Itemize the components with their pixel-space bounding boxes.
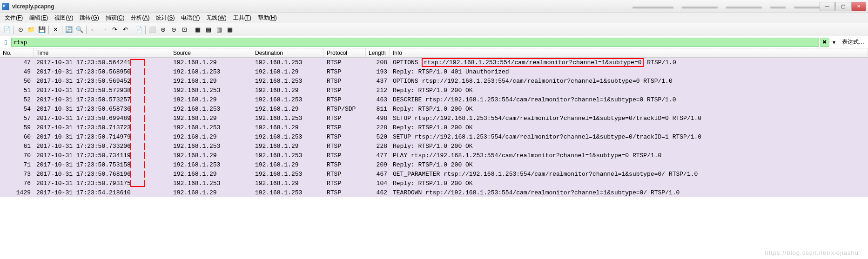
cell-protocol: RTSP <box>324 78 366 85</box>
time-highlight-box <box>130 96 145 103</box>
cell-info: OPTIONS rtsp://192.168.1.253:554/cam/rea… <box>390 78 868 85</box>
toolbar-button-18[interactable]: ▥ <box>214 25 224 35</box>
close-button[interactable]: ✕ <box>851 2 866 11</box>
cell-time: 2017-10-31 17:23:50.714979 <box>34 133 170 140</box>
toolbar-separator <box>48 26 49 34</box>
filter-bookmark-icon[interactable]: ▯ <box>1 38 10 47</box>
cell-length: 104 <box>366 180 390 187</box>
toolbar-separator <box>62 26 62 34</box>
toolbar-button-9[interactable]: ↷ <box>109 25 120 35</box>
column-info[interactable]: Info <box>390 48 868 57</box>
table-row[interactable]: 472017-10-31 17:23:50.564241192.168.1.29… <box>0 58 868 67</box>
toolbar-button-8[interactable]: → <box>99 25 109 35</box>
menu-f[interactable]: 文件(F) <box>2 13 26 23</box>
toolbar-button-14[interactable]: ⊖ <box>168 25 179 35</box>
toolbar-separator <box>132 26 132 34</box>
cell-length: 477 <box>366 152 390 159</box>
table-row[interactable]: 522017-10-31 17:23:50.573257192.168.1.29… <box>0 95 868 104</box>
toolbar-button-3[interactable]: 💾 <box>37 25 47 35</box>
filter-dropdown-icon[interactable]: ▾ <box>830 38 838 47</box>
toolbar-button-1[interactable]: ⊙ <box>15 25 26 35</box>
cell-time: 2017-10-31 17:23:50.573257 <box>34 96 170 103</box>
toolbar-button-6[interactable]: 🔍 <box>74 25 85 35</box>
toolbar-separator <box>86 26 87 34</box>
packet-list[interactable]: 472017-10-31 17:23:50.564241192.168.1.29… <box>0 58 868 197</box>
table-row[interactable]: 512017-10-31 17:23:50.572938192.168.1.25… <box>0 86 868 95</box>
minimize-button[interactable]: — <box>820 2 834 11</box>
menubar: 文件(F)编辑(E)视图(V)跳转(G)捕获(C)分析(A)统计(S)电话(Y)… <box>0 13 868 23</box>
column-length[interactable]: Length <box>366 48 390 57</box>
cell-source: 192.168.1.29 <box>170 115 252 122</box>
cell-time: 2017-10-31 17:23:54.218610 <box>34 189 170 196</box>
toolbar-button-5[interactable]: 🔄 <box>64 25 74 35</box>
cell-info: Reply: RTSP/1.0 200 OK <box>390 143 868 150</box>
cell-length: 212 <box>366 87 390 94</box>
column-source[interactable]: Source <box>170 48 252 57</box>
toolbar-button-12[interactable]: ⬜ <box>147 25 157 35</box>
cell-destination: 192.168.1.253 <box>252 171 324 178</box>
cell-source: 192.168.1.29 <box>170 152 252 159</box>
cell-info: TEARDOWN rtsp://192.168.1.253:554/cam/re… <box>390 189 868 196</box>
toolbar-button-2[interactable]: 📁 <box>26 25 36 35</box>
cell-time: 2017-10-31 17:23:50.734119 <box>34 152 170 159</box>
filter-bar: ▯ ✖ ▾ 表达式… <box>0 36 868 48</box>
display-filter-input[interactable] <box>11 38 819 47</box>
menu-h[interactable]: 帮助(H) <box>255 13 280 23</box>
toolbar-button-17[interactable]: ▤ <box>203 25 214 35</box>
table-row[interactable]: 712017-10-31 17:23:50.753158192.168.1.25… <box>0 160 868 169</box>
cell-no: 1429 <box>0 189 34 196</box>
table-row[interactable]: 592017-10-31 17:23:50.713723192.168.1.25… <box>0 123 868 132</box>
column-time[interactable]: Time <box>34 48 170 57</box>
watermark: https://blog.csdn.net/xiejiashu <box>765 249 859 256</box>
cell-info: Reply: RTSP/1.0 200 OK <box>390 161 868 168</box>
toolbar-button-13[interactable]: ⊕ <box>158 25 168 35</box>
menu-y[interactable]: 电话(Y) <box>178 13 202 23</box>
table-row[interactable]: 602017-10-31 17:23:50.714979192.168.1.29… <box>0 132 868 141</box>
toolbar-button-11[interactable]: 📄 <box>134 25 144 35</box>
cell-no: 47 <box>0 59 34 66</box>
menu-v[interactable]: 视图(V) <box>52 13 76 23</box>
time-highlight-box <box>130 106 145 113</box>
cell-time: 2017-10-31 17:23:50.568950 <box>34 68 170 75</box>
menu-s[interactable]: 统计(S) <box>153 13 177 23</box>
expression-button[interactable]: 表达式… <box>839 38 867 47</box>
cell-no: 59 <box>0 124 34 131</box>
toolbar-button-16[interactable]: ▦ <box>193 25 203 35</box>
column-no[interactable]: No. <box>0 48 34 57</box>
menu-a[interactable]: 分析(A) <box>128 13 152 23</box>
cell-length: 498 <box>366 115 390 122</box>
cell-info: Reply: RTSP/1.0 401 Unauthorized <box>390 68 868 75</box>
time-highlight-box <box>130 59 145 66</box>
menu-t[interactable]: 工具(T) <box>230 13 254 23</box>
filter-clear-button[interactable]: ✖ <box>820 38 829 47</box>
cell-length: 811 <box>366 106 390 113</box>
cell-destination: 192.168.1.253 <box>252 78 324 85</box>
maximize-button[interactable]: ▢ <box>835 2 850 11</box>
cell-no: 76 <box>0 180 34 187</box>
toolbar-button-19[interactable]: ▦ <box>225 25 235 35</box>
toolbar-button-10[interactable]: ↶ <box>120 25 130 35</box>
menu-w[interactable]: 无线(W) <box>203 13 229 23</box>
menu-e[interactable]: 编辑(E) <box>27 13 51 23</box>
toolbar-button-4[interactable]: ✕ <box>50 25 61 35</box>
time-highlight-box <box>130 171 145 178</box>
cell-destination: 192.168.1.253 <box>252 59 324 66</box>
table-row[interactable]: 492017-10-31 17:23:50.568950192.168.1.25… <box>0 67 868 76</box>
time-highlight-box <box>130 115 145 122</box>
menu-c[interactable]: 捕获(C) <box>103 13 128 23</box>
table-row[interactable]: 612017-10-31 17:23:50.733206192.168.1.25… <box>0 141 868 151</box>
column-protocol[interactable]: Protocol <box>324 48 366 57</box>
table-row[interactable]: 502017-10-31 17:23:50.569452192.168.1.29… <box>0 76 868 86</box>
table-row[interactable]: 542017-10-31 17:23:50.658736192.168.1.25… <box>0 104 868 113</box>
table-row[interactable]: 762017-10-31 17:23:50.793175192.168.1.25… <box>0 179 868 188</box>
column-destination[interactable]: Destination <box>252 48 324 57</box>
table-row[interactable]: 732017-10-31 17:23:50.768196192.168.1.29… <box>0 169 868 179</box>
menu-g[interactable]: 跳转(G) <box>77 13 101 23</box>
table-row[interactable]: 702017-10-31 17:23:50.734119192.168.1.29… <box>0 151 868 160</box>
toolbar-button-15[interactable]: ⊡ <box>179 25 189 35</box>
cell-source: 192.168.1.29 <box>170 59 252 66</box>
toolbar-button-0[interactable]: 📄 <box>2 25 12 35</box>
table-row[interactable]: 14292017-10-31 17:23:54.218610192.168.1.… <box>0 188 868 197</box>
table-row[interactable]: 572017-10-31 17:23:50.699489192.168.1.29… <box>0 113 868 123</box>
toolbar-button-7[interactable]: ← <box>88 25 98 35</box>
